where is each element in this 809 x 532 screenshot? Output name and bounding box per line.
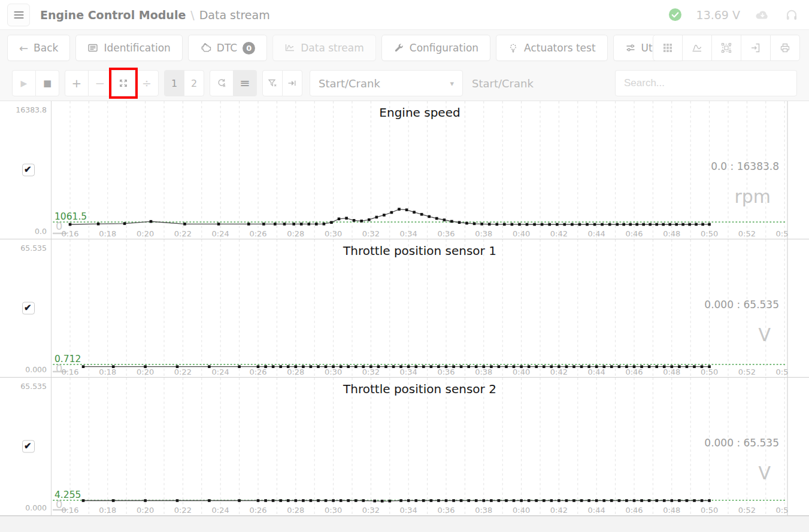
filter-group [262, 70, 302, 96]
svg-text:0:46: 0:46 [625, 506, 643, 515]
stop-button[interactable]: ■ [35, 70, 59, 96]
fit-to-screen-button[interactable] [111, 70, 135, 96]
svg-text:0:16: 0:16 [61, 229, 78, 238]
svg-text:0:24: 0:24 [212, 506, 229, 515]
zoom-out-button[interactable]: − [88, 70, 112, 96]
svg-text:0:38: 0:38 [475, 506, 492, 515]
tab-actuators-test[interactable]: Actuators test [496, 35, 608, 61]
sliders-icon [625, 42, 636, 53]
tab-label: Identification [104, 42, 170, 54]
chart-range-label: 0.000 : 65.535 [704, 437, 779, 449]
source-static-label: Start/Crank [472, 77, 534, 90]
line-chart-icon [284, 42, 295, 53]
zoom-in-button[interactable]: + [65, 70, 89, 96]
svg-text:0:22: 0:22 [174, 367, 192, 376]
data-source-select[interactable]: Start/Crank ▾ [310, 70, 463, 96]
play-button[interactable]: ▶ [12, 70, 36, 96]
svg-text:0:54: 0:54 [776, 229, 788, 238]
svg-text:0:46: 0:46 [625, 367, 643, 376]
svg-text:0:48: 0:48 [663, 229, 680, 238]
channel-visible-checkbox[interactable] [22, 302, 35, 315]
back-button[interactable]: ← Back [7, 35, 70, 61]
back-label: Back [34, 42, 58, 54]
play-icon: ▶ [21, 78, 28, 88]
breadcrumb-module: Engine Control Module [40, 8, 186, 22]
chart-canvas-tps2[interactable]: 04.2550:160:180:200:220:240:260:280:300:… [51, 378, 809, 515]
chart-title: Engine speed [51, 105, 788, 120]
svg-text:0:30: 0:30 [325, 506, 342, 515]
tab-dtc[interactable]: DTC 0 [188, 35, 267, 61]
chart-svg: 01061.50:160:180:200:220:240:260:280:300… [51, 101, 788, 239]
zoom-controls-group: + − ÷ [65, 70, 159, 96]
page-2-button[interactable]: 2 [184, 70, 204, 96]
go-to-end-button[interactable] [282, 70, 302, 96]
chart-canvas-tps1[interactable]: 00.7120:160:180:200:220:240:260:280:300:… [51, 239, 809, 377]
minus-icon: − [95, 76, 105, 90]
skip-to-end-icon [287, 78, 298, 89]
id-card-icon [87, 42, 98, 53]
top-bar: Engine Control Module \ Data stream 13.6… [0, 0, 809, 30]
grid-view-icon [662, 42, 674, 54]
tab-identification[interactable]: Identification [75, 35, 182, 61]
cloud-sync-icon[interactable] [755, 8, 771, 21]
export-button[interactable] [741, 35, 771, 61]
svg-text:0:40: 0:40 [513, 506, 530, 515]
headphones-icon[interactable] [785, 8, 798, 22]
print-button[interactable] [770, 35, 800, 61]
search-input[interactable] [615, 70, 797, 96]
clear-filter-button[interactable] [262, 70, 283, 96]
reset-zoom-button[interactable] [210, 70, 234, 96]
channel-visible-checkbox[interactable] [22, 440, 35, 453]
svg-text:0:42: 0:42 [550, 229, 568, 238]
y-axis-max-label: 65.535 [20, 244, 47, 253]
svg-text:0:52: 0:52 [738, 367, 756, 376]
tab-label: Actuators test [524, 42, 596, 54]
dtc-count-badge: 0 [243, 42, 255, 54]
svg-text:0:50: 0:50 [701, 367, 718, 376]
svg-text:0:38: 0:38 [475, 367, 492, 376]
list-icon: ≡ [240, 76, 250, 90]
svg-text:0:40: 0:40 [513, 367, 530, 376]
graph-view-icon [691, 42, 703, 54]
svg-text:0:22: 0:22 [174, 506, 192, 515]
channel-visible-checkbox[interactable] [22, 164, 35, 177]
svg-text:0:44: 0:44 [588, 506, 605, 515]
menu-button[interactable] [7, 4, 30, 26]
divide-icon: ÷ [142, 77, 152, 90]
list-view-button[interactable]: ≡ [233, 70, 257, 96]
y-axis-max-label: 16383.8 [16, 105, 47, 114]
grid-view-button[interactable] [653, 35, 683, 61]
svg-text:0:30: 0:30 [325, 367, 342, 376]
breadcrumb-page: Data stream [199, 8, 270, 22]
chart-canvas-engine-speed[interactable]: 01061.50:160:180:200:220:240:260:280:300… [51, 101, 809, 239]
y-axis-min-label: 0.000 [25, 365, 47, 374]
chart-row-tps2: 65.535 0.000 04.2550:160:180:200:220:240… [0, 378, 809, 516]
tab-label: DTC [217, 42, 237, 54]
chart-row-tps1: 65.535 0.000 00.7120:160:180:200:220:240… [0, 239, 809, 378]
graph-view-button[interactable] [682, 35, 712, 61]
svg-text:0:22: 0:22 [174, 229, 192, 238]
horizontal-scrollbar-area[interactable] [0, 516, 809, 532]
frame-view-button[interactable] [711, 35, 741, 61]
status-area: 13.69 V [668, 8, 798, 22]
svg-text:0:36: 0:36 [437, 367, 455, 376]
tab-data-stream[interactable]: Data stream [272, 35, 376, 61]
engine-icon [200, 42, 211, 53]
tab-configuration[interactable]: Configuration [381, 35, 490, 61]
svg-text:0.712: 0.712 [54, 354, 81, 364]
page-switch-group: 1 2 [164, 70, 204, 96]
svg-text:4.255: 4.255 [54, 490, 81, 500]
split-scale-button[interactable]: ÷ [135, 70, 159, 96]
y-axis-min-label: 0.0 [35, 227, 47, 236]
page-1-button[interactable]: 1 [164, 70, 184, 96]
chart-row-engine-speed: 16383.8 0.0 01061.50:160:180:200:220:240… [0, 101, 809, 239]
funnel-x-icon [267, 78, 278, 89]
svg-text:0:52: 0:52 [738, 506, 756, 515]
svg-text:0:18: 0:18 [99, 229, 116, 238]
chart-unit-label: V [758, 324, 771, 345]
y-axis-max-label: 65.535 [20, 382, 47, 391]
svg-text:0:44: 0:44 [588, 229, 605, 238]
svg-text:0:36: 0:36 [437, 506, 455, 515]
refresh-x-icon [216, 78, 227, 89]
svg-text:0:34: 0:34 [400, 506, 417, 515]
